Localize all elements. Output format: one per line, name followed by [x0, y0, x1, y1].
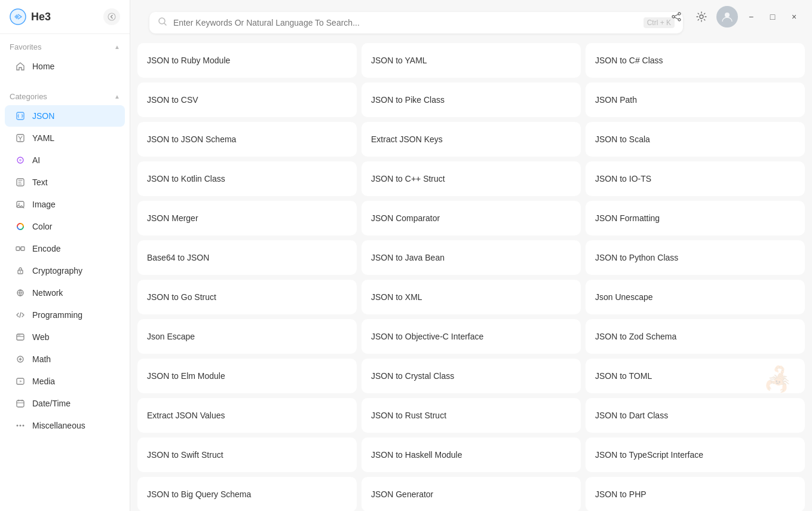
sidebar-item-text[interactable]: Text [5, 172, 125, 193]
tool-star-button[interactable] [761, 368, 776, 384]
tool-card[interactable]: JSON to Dart Class [586, 398, 805, 433]
tool-more-button[interactable] [556, 486, 571, 502]
tool-card[interactable]: Base64 to JSON [137, 240, 357, 275]
tool-card[interactable]: JSON Generator [361, 477, 581, 511]
tool-more-button[interactable] [556, 289, 571, 305]
tool-star-button[interactable] [761, 92, 776, 108]
sidebar-item-ai[interactable]: AI [5, 149, 125, 171]
tool-more-button[interactable] [780, 329, 795, 344]
tool-star-button[interactable] [537, 368, 552, 384]
tool-card[interactable]: JSON to Kotlin Class [137, 161, 357, 196]
search-input[interactable] [173, 18, 638, 27]
tool-more-button[interactable] [332, 447, 347, 463]
avatar[interactable] [716, 6, 738, 27]
tool-star-button[interactable] [312, 408, 328, 423]
tool-star-button[interactable] [312, 250, 328, 265]
tool-more-button[interactable] [780, 368, 795, 384]
tool-more-button[interactable] [332, 250, 347, 265]
categories-header[interactable]: Categories ▲ [0, 90, 130, 105]
tool-card[interactable]: JSON to C++ Struct [361, 161, 581, 196]
sidebar-item-media[interactable]: Media [5, 371, 125, 392]
tool-star-button[interactable] [312, 289, 328, 305]
tool-more-button[interactable] [556, 368, 571, 384]
tool-card[interactable]: JSON to PHP [586, 477, 805, 511]
tool-card[interactable]: JSON to TOML [586, 359, 805, 393]
tool-card[interactable]: JSON to CSV [137, 82, 357, 117]
tool-star-button[interactable] [761, 250, 776, 265]
tool-card[interactable]: JSON to XML [361, 280, 581, 314]
tool-more-button[interactable] [780, 289, 795, 305]
tool-star-button[interactable] [312, 329, 328, 344]
tool-more-button[interactable] [332, 368, 347, 384]
tool-more-button[interactable] [556, 408, 571, 423]
tool-card[interactable]: JSON to Swift Struct [137, 437, 357, 472]
tool-star-button[interactable] [761, 131, 776, 147]
tool-card[interactable]: JSON to C# Class [586, 43, 805, 78]
settings-button[interactable] [691, 7, 712, 27]
tool-more-button[interactable] [332, 329, 347, 344]
sidebar-item-encode[interactable]: Encode [5, 238, 125, 259]
tool-more-button[interactable] [780, 171, 795, 186]
favorites-header[interactable]: Favorites ▲ [0, 40, 130, 55]
tool-star-button[interactable] [761, 447, 776, 463]
tool-card[interactable]: JSON to JSON Schema [137, 122, 357, 157]
tool-star-button[interactable] [537, 171, 552, 186]
sidebar-item-cryptography[interactable]: Cryptography [5, 260, 125, 281]
tool-star-button[interactable] [537, 486, 552, 502]
tool-card[interactable]: Json Escape [137, 319, 357, 354]
tool-star-button[interactable] [537, 131, 552, 147]
tool-star-button[interactable] [537, 408, 552, 423]
tool-star-button[interactable] [761, 53, 776, 68]
tool-card[interactable]: JSON to IO-TS [586, 161, 805, 196]
tool-star-button[interactable] [537, 289, 552, 305]
tool-star-button[interactable] [312, 368, 328, 384]
tool-star-button[interactable] [761, 329, 776, 344]
tool-more-button[interactable] [332, 53, 347, 68]
tool-more-button[interactable] [780, 210, 795, 226]
tool-card[interactable]: JSON to Java Bean [361, 240, 581, 275]
tool-more-button[interactable] [780, 408, 795, 423]
tool-star-button[interactable] [761, 289, 776, 305]
tool-more-button[interactable] [556, 447, 571, 463]
tool-card[interactable]: Json Unescape [586, 280, 805, 314]
tool-star-button[interactable] [761, 408, 776, 423]
tool-card[interactable]: JSON to TypeScript Interface [586, 437, 805, 472]
tool-more-button[interactable] [556, 92, 571, 108]
tool-card[interactable]: JSON to Pike Class [361, 82, 581, 117]
sidebar-item-image[interactable]: Image [5, 194, 125, 215]
tool-card[interactable]: JSON to Zod Schema [586, 319, 805, 354]
tool-more-button[interactable] [780, 250, 795, 265]
tool-card[interactable]: Extract JSON Values [137, 398, 357, 433]
tool-card[interactable]: Extract JSON Keys [361, 122, 581, 157]
tool-card[interactable]: JSON Path [586, 82, 805, 117]
tool-more-button[interactable] [780, 92, 795, 108]
tool-card[interactable]: JSON to Objective-C Interface [361, 319, 581, 354]
tool-card[interactable]: JSON to Scala [586, 122, 805, 157]
tool-more-button[interactable] [556, 329, 571, 344]
tool-star-button[interactable] [312, 92, 328, 108]
tool-card[interactable]: JSON Comparator [361, 201, 581, 235]
tool-star-button[interactable] [761, 171, 776, 186]
sidebar-item-network[interactable]: Network [5, 282, 125, 304]
sidebar-item-home[interactable]: Home [5, 56, 125, 77]
tool-star-button[interactable] [761, 210, 776, 226]
tool-more-button[interactable] [556, 210, 571, 226]
tool-card[interactable]: JSON to Haskell Module [361, 437, 581, 472]
tool-more-button[interactable] [780, 447, 795, 463]
tool-star-button[interactable] [761, 486, 776, 502]
tool-star-button[interactable] [537, 329, 552, 344]
tool-star-button[interactable] [312, 447, 328, 463]
tool-more-button[interactable] [556, 171, 571, 186]
sidebar-item-programming[interactable]: Programming [5, 304, 125, 326]
tool-star-button[interactable] [312, 486, 328, 502]
tool-more-button[interactable] [332, 486, 347, 502]
minimize-button[interactable]: − [743, 8, 759, 25]
tool-card[interactable]: JSON to YAML [361, 43, 581, 78]
tool-card[interactable]: JSON to Python Class [586, 240, 805, 275]
tool-star-button[interactable] [312, 131, 328, 147]
sidebar-item-miscellaneous[interactable]: Miscellaneous [5, 415, 125, 436]
close-button[interactable]: × [786, 8, 802, 25]
tool-more-button[interactable] [780, 53, 795, 68]
tool-card[interactable]: JSON to Go Struct [137, 280, 357, 314]
tool-star-button[interactable] [537, 92, 552, 108]
